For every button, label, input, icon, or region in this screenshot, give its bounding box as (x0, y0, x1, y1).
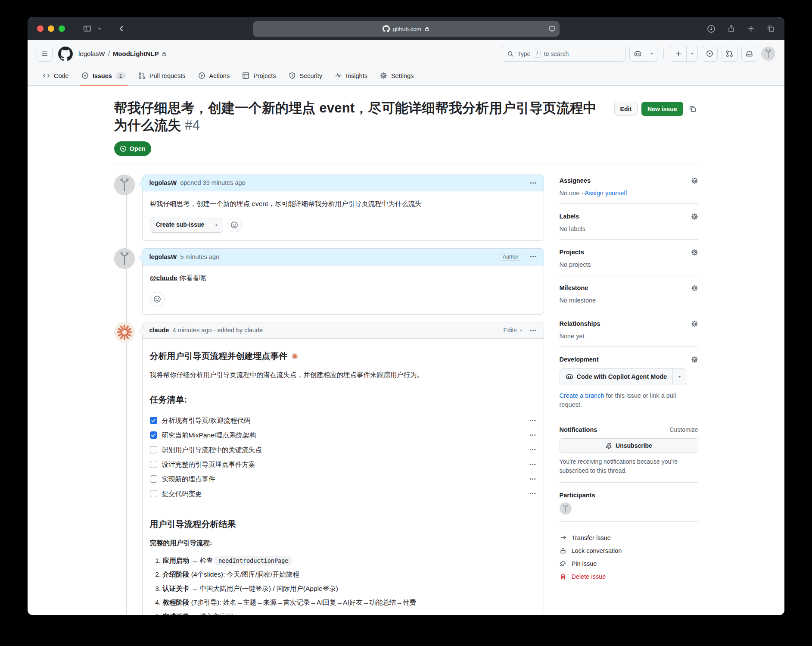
add-reaction-button[interactable] (150, 292, 165, 306)
task-checkbox[interactable] (150, 417, 157, 424)
task-checkbox[interactable] (150, 490, 157, 497)
inbox-icon-button[interactable] (741, 46, 757, 62)
user-avatar[interactable] (761, 47, 775, 61)
gear-icon[interactable] (691, 320, 698, 328)
kebab-menu-icon[interactable] (529, 253, 537, 260)
tab-projects[interactable]: Projects (238, 66, 280, 85)
copilot-dropdown-caret[interactable] (646, 46, 657, 61)
flow-step: 认证关卡 → 中国大陆用户(一键登录) / 国际用户(Apple登录) (163, 583, 536, 594)
edit-button[interactable]: Edit (614, 102, 638, 116)
action-label: Delete issue (572, 573, 606, 580)
issues-icon-button[interactable] (702, 46, 718, 62)
comment-body: @claude 你看看呢 (150, 273, 536, 283)
kebab-menu-icon[interactable] (529, 417, 536, 424)
close-window-button[interactable] (37, 25, 44, 32)
create-branch-link[interactable]: Create a branch (560, 392, 604, 399)
security-icon (289, 72, 296, 79)
downloads-icon[interactable] (707, 25, 716, 33)
create-sub-issue-button[interactable]: Create sub-issue (150, 218, 224, 233)
kebab-menu-icon[interactable] (529, 446, 536, 453)
kebab-menu-icon[interactable] (529, 179, 537, 187)
tab-code[interactable]: Code (38, 66, 73, 85)
tab-settings[interactable]: Settings (376, 66, 418, 85)
comment-legolasw-1: legolasW opened 39 minutes ago 帮我仔细思考，创建… (114, 175, 544, 241)
task-checkbox[interactable] (150, 461, 157, 468)
comment-author[interactable]: claude (149, 327, 169, 334)
zoom-window-button[interactable] (59, 25, 65, 32)
back-button[interactable] (118, 25, 126, 33)
participant-avatar[interactable] (560, 502, 698, 515)
task-checkbox[interactable] (150, 475, 157, 483)
issue-page: 帮我仔细思考，创建一个新的埋点 event，尽可能详细帮我分析用户引导页流程中为… (28, 86, 784, 615)
tasks-heading: 任务清单: (150, 393, 536, 406)
bell-slash-icon (605, 442, 612, 449)
search-input[interactable]: Type / to search (502, 46, 625, 62)
new-issue-button[interactable]: New issue (641, 102, 683, 116)
share-icon[interactable] (727, 25, 735, 33)
kebab-menu-icon[interactable] (529, 490, 536, 497)
task-item: 设计完整的引导页埋点事件方案 (150, 457, 536, 472)
sidebar-toggle-icon[interactable] (83, 25, 91, 33)
copy-title-icon[interactable] (687, 103, 698, 115)
assign-yourself-link[interactable]: Assign yourself (585, 190, 627, 197)
copilot-icon[interactable] (630, 46, 646, 61)
avatar[interactable] (114, 175, 135, 195)
task-label: 实现新的埋点事件 (162, 474, 215, 484)
task-checkbox[interactable] (150, 446, 157, 453)
minimize-window-button[interactable] (48, 25, 54, 32)
kebab-menu-icon[interactable] (529, 475, 536, 483)
unsubscribe-button[interactable]: Unsubscribe (560, 438, 698, 453)
gear-icon[interactable] (691, 213, 698, 220)
claude-avatar[interactable] (114, 322, 135, 343)
copilot-button[interactable] (629, 46, 657, 62)
transfer-issue-button[interactable]: Transfer issue (560, 531, 698, 544)
tab-label: Issues (93, 72, 112, 79)
delete-issue-button[interactable]: Delete issue (560, 570, 698, 583)
kebab-menu-icon[interactable] (529, 461, 536, 468)
plus-icon[interactable] (670, 46, 687, 61)
tab-insights[interactable]: Insights (330, 66, 372, 85)
kebab-menu-icon[interactable] (529, 327, 537, 334)
create-new-button[interactable] (670, 46, 698, 62)
section-value: No labels (560, 225, 698, 232)
gear-icon[interactable] (691, 177, 698, 184)
tab-issues[interactable]: Issues1 (77, 66, 130, 85)
tab-overview-icon[interactable] (767, 25, 775, 33)
customize-link[interactable]: Customize (669, 426, 698, 433)
avatar[interactable] (114, 248, 135, 269)
flow-step: 教程阶段 (7步引导): 姓名→主题→来源→首次记录→AI回复→AI好友→功能总… (163, 597, 536, 608)
pin-issue-button[interactable]: Pin issue (560, 557, 698, 570)
gear-icon[interactable] (691, 249, 698, 256)
pull-requests-icon (138, 72, 146, 79)
pull-requests-icon-button[interactable] (722, 46, 737, 62)
tab-actions[interactable]: Actions (194, 66, 234, 85)
claude-starburst-icon (291, 353, 299, 360)
url-bar[interactable]: github.com (253, 21, 560, 37)
add-reaction-button[interactable] (227, 218, 242, 232)
github-logo-icon[interactable] (58, 47, 73, 61)
gear-icon[interactable] (691, 284, 698, 292)
page-display-icon[interactable] (549, 25, 555, 32)
chevron-down-icon[interactable] (97, 26, 102, 31)
tab-label: Code (54, 72, 69, 79)
lock-conversation-button[interactable]: Lock conversation (560, 544, 698, 557)
breadcrumb-repo[interactable]: MoodLightNLP (113, 50, 159, 57)
copilot-agent-mode-button[interactable]: Code with Copilot Agent Mode (560, 368, 687, 385)
task-checkbox[interactable] (150, 431, 157, 439)
edits-dropdown[interactable]: Edits (503, 327, 523, 334)
tab-security[interactable]: Security (284, 66, 327, 85)
create-new-caret[interactable] (687, 46, 697, 61)
author-badge: Author (498, 253, 523, 261)
copilot-agent-caret[interactable] (673, 369, 686, 385)
tab-pull-requests[interactable]: Pull requests (134, 66, 190, 85)
action-label: Lock conversation (572, 547, 622, 554)
kebab-menu-icon[interactable] (529, 431, 536, 439)
gear-icon[interactable] (691, 356, 698, 363)
new-tab-icon[interactable] (747, 25, 755, 33)
comment-author[interactable]: legolasW (149, 253, 177, 260)
create-sub-issue-caret[interactable] (210, 218, 223, 232)
mention-link[interactable]: @claude (150, 274, 177, 281)
hamburger-menu-button[interactable] (37, 46, 53, 62)
breadcrumb-owner[interactable]: legolasW (78, 50, 105, 57)
comment-author[interactable]: legolasW (149, 179, 177, 186)
